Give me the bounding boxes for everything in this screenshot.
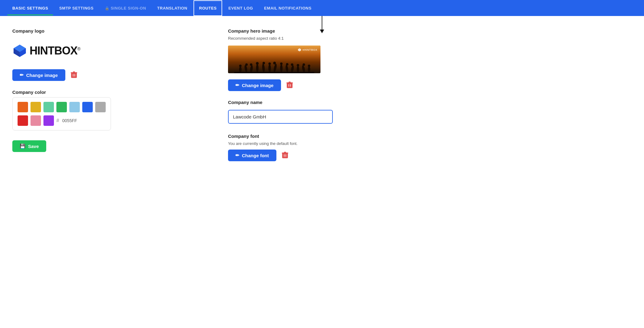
swatch-orange[interactable] (18, 102, 28, 112)
svg-point-20 (268, 62, 271, 65)
delete-font-button[interactable] (281, 151, 289, 160)
svg-point-25 (285, 65, 288, 73)
svg-rect-6 (74, 74, 75, 77)
svg-rect-35 (234, 72, 314, 73)
color-hex-input[interactable] (62, 118, 87, 123)
nav-item-basic-settings[interactable]: BASIC SETTINGS (7, 1, 53, 15)
logo-display: HINTBOX® (12, 38, 80, 63)
svg-point-14 (250, 63, 252, 66)
color-row2: # (18, 115, 106, 126)
trash-icon-font (281, 151, 289, 160)
hintbox-logo-icon (12, 43, 27, 58)
svg-point-13 (250, 65, 253, 73)
swatch-yellow[interactable] (31, 102, 41, 112)
svg-rect-37 (287, 83, 292, 88)
right-column: Company hero image Recommended aspect ra… (228, 26, 419, 161)
company-hero-sub: Recommended aspect ratio 4:1 (228, 36, 419, 41)
hintbox-logo-text: HINTBOX® (30, 44, 80, 57)
svg-point-24 (280, 62, 283, 65)
company-name-input[interactable] (228, 110, 333, 124)
svg-point-21 (273, 63, 277, 72)
svg-point-17 (262, 64, 265, 73)
save-icon: 💾 (20, 143, 26, 149)
nav-item-routes[interactable]: ROUTES (194, 0, 222, 16)
svg-point-19 (268, 64, 271, 72)
company-color-label: Company color (12, 90, 203, 95)
company-logo-section: Company logo HINTBOX® ✏ Change image (12, 28, 203, 81)
nav-bar: BASIC SETTINGS SMTP SETTINGS 🔒SINGLE SIG… (0, 0, 644, 16)
delete-hero-button[interactable] (285, 81, 294, 90)
svg-rect-38 (288, 84, 289, 87)
svg-point-33 (308, 66, 310, 73)
registered-mark: ® (77, 46, 80, 51)
svg-point-16 (256, 62, 259, 65)
swatch-green[interactable] (56, 102, 67, 112)
main-content: Company logo HINTBOX® ✏ Change image (0, 16, 431, 171)
pencil-icon: ✏ (20, 72, 24, 78)
logo-action-row: ✏ Change image (12, 69, 203, 81)
color-picker-box: # (12, 97, 111, 130)
nav-item-email-notifications[interactable]: EMAIL NOTIFICATIONS (259, 1, 316, 15)
svg-point-29 (297, 66, 299, 73)
svg-point-18 (263, 62, 265, 64)
color-hash-symbol: # (56, 118, 59, 123)
svg-point-31 (302, 65, 306, 73)
swatch-pink[interactable] (31, 115, 41, 126)
nav-item-single-sign-on: 🔒SINGLE SIGN-ON (100, 1, 151, 15)
swatch-light-blue[interactable] (69, 102, 80, 112)
svg-point-10 (239, 65, 242, 67)
hero-watermark: ●HINTBOX (298, 48, 317, 52)
trash-icon (70, 71, 78, 79)
swatch-blue[interactable] (82, 102, 93, 112)
pencil-icon-hero: ✏ (235, 82, 239, 88)
svg-rect-43 (284, 154, 284, 157)
svg-rect-4 (71, 73, 77, 78)
company-hero-image-section: Company hero image Recommended aspect ra… (228, 28, 419, 91)
hero-image-display: ●HINTBOX (228, 46, 320, 73)
change-font-button[interactable]: ✏ Change font (228, 150, 276, 161)
lock-icon: 🔒 (105, 6, 110, 10)
delete-logo-button[interactable] (70, 71, 78, 79)
svg-point-22 (273, 62, 276, 65)
svg-rect-42 (282, 153, 288, 158)
swatch-purple[interactable] (43, 115, 54, 126)
color-swatches-row1 (18, 102, 106, 112)
hero-silhouettes (234, 58, 314, 73)
company-font-label: Company font (228, 134, 419, 139)
svg-point-34 (308, 65, 310, 67)
svg-point-32 (303, 63, 305, 66)
svg-rect-46 (284, 152, 286, 153)
svg-point-11 (244, 65, 248, 72)
save-row: 💾 Save (12, 140, 203, 152)
nav-item-event-log[interactable]: EVENT LOG (223, 1, 258, 15)
company-hero-label: Company hero image (228, 28, 419, 34)
font-action-row: ✏ Change font (228, 150, 419, 161)
svg-point-30 (297, 64, 299, 66)
svg-rect-8 (73, 71, 75, 73)
save-button[interactable]: 💾 Save (12, 140, 46, 152)
swatch-red[interactable] (18, 115, 28, 126)
company-name-label: Company name (228, 100, 419, 105)
svg-point-26 (286, 63, 288, 66)
svg-point-12 (245, 63, 248, 66)
company-name-section: Company name (228, 100, 419, 124)
hero-action-row: ✏ Change image (228, 79, 419, 91)
svg-rect-5 (73, 74, 73, 77)
nav-item-translation[interactable]: TRANSLATION (152, 1, 192, 15)
svg-point-23 (280, 64, 283, 72)
company-font-sub: You are currently using the default font… (228, 141, 419, 146)
company-font-section: Company font You are currently using the… (228, 134, 419, 161)
svg-point-27 (291, 65, 294, 73)
swatch-gray[interactable] (95, 102, 106, 112)
svg-rect-44 (285, 154, 286, 157)
company-color-section: Company color # (12, 90, 203, 130)
nav-item-smtp-settings[interactable]: SMTP SETTINGS (54, 1, 98, 15)
change-logo-image-button[interactable]: ✏ Change image (12, 69, 65, 81)
svg-point-15 (256, 64, 259, 73)
pencil-icon-font: ✏ (235, 153, 239, 158)
svg-rect-41 (288, 82, 291, 83)
swatch-mint[interactable] (43, 102, 54, 112)
svg-point-9 (239, 66, 242, 73)
change-hero-image-button[interactable]: ✏ Change image (228, 79, 281, 91)
left-column: Company logo HINTBOX® ✏ Change image (12, 26, 203, 161)
